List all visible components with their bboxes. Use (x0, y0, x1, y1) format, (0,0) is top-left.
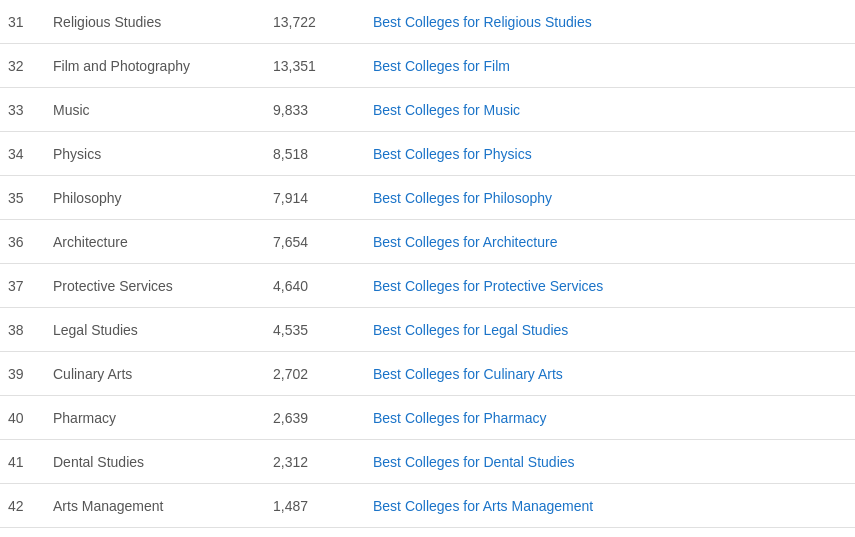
rank-cell: 33 (8, 102, 53, 118)
rank-cell: 34 (8, 146, 53, 162)
subject-cell: Philosophy (53, 190, 273, 206)
count-cell: 13,722 (273, 14, 373, 30)
rank-cell: 40 (8, 410, 53, 426)
subject-cell: Pharmacy (53, 410, 273, 426)
subject-cell: Physics (53, 146, 273, 162)
rank-cell: 42 (8, 498, 53, 514)
rankings-table: 31Religious Studies13,722Best Colleges f… (0, 0, 855, 537)
ranking-link[interactable]: Best Colleges for Pharmacy (373, 410, 847, 426)
ranking-link[interactable]: Best Colleges for Religious Studies (373, 14, 847, 30)
ranking-link[interactable]: Best Colleges for Arts Management (373, 498, 847, 514)
ranking-link[interactable]: Best Colleges for Protective Services (373, 278, 847, 294)
count-cell: 7,914 (273, 190, 373, 206)
table-row: 43Veterinary Studies1,020Best Colleges f… (0, 528, 855, 537)
table-row: 39Culinary Arts2,702Best Colleges for Cu… (0, 352, 855, 396)
table-row: 38Legal Studies4,535Best Colleges for Le… (0, 308, 855, 352)
count-cell: 4,535 (273, 322, 373, 338)
rank-cell: 38 (8, 322, 53, 338)
table-row: 32Film and Photography13,351Best College… (0, 44, 855, 88)
count-cell: 4,640 (273, 278, 373, 294)
count-cell: 13,351 (273, 58, 373, 74)
rank-cell: 35 (8, 190, 53, 206)
rank-cell: 37 (8, 278, 53, 294)
subject-cell: Religious Studies (53, 14, 273, 30)
count-cell: 8,518 (273, 146, 373, 162)
table-row: 37Protective Services4,640Best Colleges … (0, 264, 855, 308)
table-row: 34Physics8,518Best Colleges for Physics (0, 132, 855, 176)
ranking-link[interactable]: Best Colleges for Architecture (373, 234, 847, 250)
ranking-link[interactable]: Best Colleges for Philosophy (373, 190, 847, 206)
count-cell: 2,312 (273, 454, 373, 470)
table-row: 42Arts Management1,487Best Colleges for … (0, 484, 855, 528)
ranking-link[interactable]: Best Colleges for Legal Studies (373, 322, 847, 338)
subject-cell: Architecture (53, 234, 273, 250)
count-cell: 2,702 (273, 366, 373, 382)
subject-cell: Legal Studies (53, 322, 273, 338)
count-cell: 2,639 (273, 410, 373, 426)
ranking-link[interactable]: Best Colleges for Physics (373, 146, 847, 162)
subject-cell: Dental Studies (53, 454, 273, 470)
table-row: 35Philosophy7,914Best Colleges for Philo… (0, 176, 855, 220)
subject-cell: Film and Photography (53, 58, 273, 74)
subject-cell: Arts Management (53, 498, 273, 514)
rank-cell: 31 (8, 14, 53, 30)
count-cell: 1,487 (273, 498, 373, 514)
rank-cell: 32 (8, 58, 53, 74)
rank-cell: 36 (8, 234, 53, 250)
table-row: 36Architecture7,654Best Colleges for Arc… (0, 220, 855, 264)
ranking-link[interactable]: Best Colleges for Dental Studies (373, 454, 847, 470)
ranking-link[interactable]: Best Colleges for Music (373, 102, 847, 118)
subject-cell: Music (53, 102, 273, 118)
table-row: 31Religious Studies13,722Best Colleges f… (0, 0, 855, 44)
count-cell: 9,833 (273, 102, 373, 118)
rank-cell: 41 (8, 454, 53, 470)
ranking-link[interactable]: Best Colleges for Culinary Arts (373, 366, 847, 382)
table-row: 40Pharmacy2,639Best Colleges for Pharmac… (0, 396, 855, 440)
table-row: 41Dental Studies2,312Best Colleges for D… (0, 440, 855, 484)
ranking-link[interactable]: Best Colleges for Film (373, 58, 847, 74)
rank-cell: 39 (8, 366, 53, 382)
subject-cell: Protective Services (53, 278, 273, 294)
count-cell: 7,654 (273, 234, 373, 250)
subject-cell: Culinary Arts (53, 366, 273, 382)
table-row: 33Music9,833Best Colleges for Music (0, 88, 855, 132)
